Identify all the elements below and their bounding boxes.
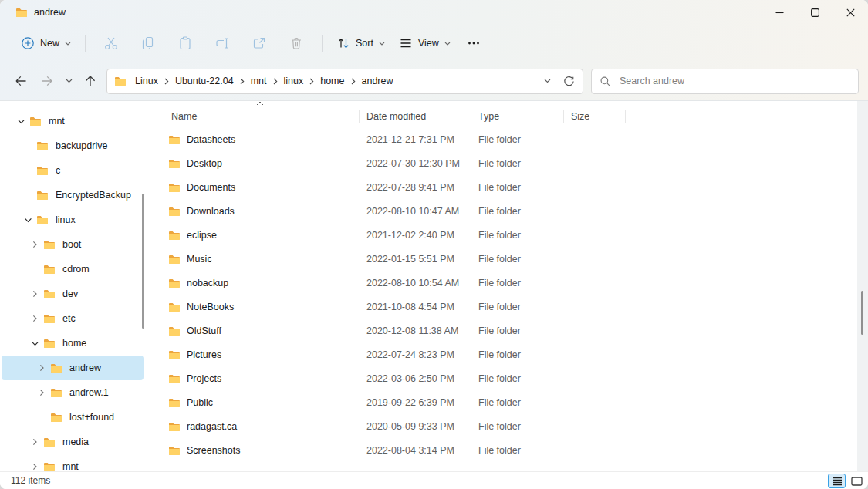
tree-item[interactable]: linux xyxy=(2,207,144,232)
folder-icon xyxy=(168,157,181,170)
file-name-cell: radagast.ca xyxy=(148,420,360,433)
delete-button[interactable] xyxy=(281,31,312,56)
tree-item[interactable]: home xyxy=(2,331,144,356)
rename-button[interactable] xyxy=(207,31,238,56)
file-name: Music xyxy=(187,254,212,265)
file-row[interactable]: radagast.ca 2020-05-09 9:33 PM File fold… xyxy=(148,414,868,438)
tree-item[interactable]: cdrom xyxy=(2,257,144,282)
breadcrumb-item[interactable]: linux xyxy=(279,73,309,89)
tree-item-label: c xyxy=(56,165,60,176)
back-button[interactable] xyxy=(8,69,34,93)
file-row[interactable]: Pictures 2022-07-24 8:23 PM File folder xyxy=(148,342,868,366)
new-button[interactable]: New xyxy=(14,32,78,55)
file-row[interactable]: Desktop 2022-07-30 12:30 PM File folder xyxy=(148,151,868,175)
tree-chevron[interactable] xyxy=(26,290,43,298)
search-box[interactable] xyxy=(591,69,859,94)
maximize-button[interactable] xyxy=(797,0,833,25)
tree-chevron[interactable] xyxy=(26,315,43,322)
tree-item[interactable]: media xyxy=(2,430,144,454)
see-more-button[interactable] xyxy=(458,32,490,55)
file-row[interactable]: NoteBooks 2021-10-08 4:54 PM File folder xyxy=(148,295,868,319)
breadcrumb-item[interactable]: Linux xyxy=(130,73,164,89)
file-list: Datasheets 2021-12-21 7:31 PM File folde… xyxy=(148,127,868,462)
tree-chevron[interactable] xyxy=(12,117,29,126)
breadcrumb-item[interactable]: mnt xyxy=(245,73,272,89)
tree-chevron[interactable] xyxy=(26,438,43,446)
column-headers: Name Date modified Type Size xyxy=(148,106,868,127)
close-button[interactable] xyxy=(833,0,868,25)
tree-item-label: mnt xyxy=(62,461,79,471)
tree-chevron[interactable] xyxy=(33,364,50,372)
tree-item[interactable]: dev xyxy=(2,282,144,306)
sort-button[interactable]: Sort xyxy=(329,32,392,55)
folder-icon xyxy=(36,164,49,177)
search-input[interactable] xyxy=(618,75,850,87)
file-row[interactable]: Documents 2022-07-28 9:41 PM File folder xyxy=(148,175,868,199)
copy-button[interactable] xyxy=(133,31,164,56)
toolbar-divider xyxy=(322,35,323,52)
cut-button[interactable] xyxy=(96,31,127,56)
scrollbar-thumb[interactable] xyxy=(861,291,863,335)
tree-item[interactable]: etc xyxy=(2,306,144,331)
file-name: Screenshots xyxy=(187,445,240,456)
address-dropdown-button[interactable] xyxy=(536,71,558,91)
file-row[interactable]: Screenshots 2022-08-04 3:14 PM File fold… xyxy=(148,438,868,462)
file-type-cell: File folder xyxy=(471,373,564,384)
details-view-button[interactable] xyxy=(828,474,846,488)
tree-item[interactable]: backupdrive xyxy=(2,133,144,158)
refresh-button[interactable] xyxy=(558,71,579,91)
toolbar-divider xyxy=(85,35,86,52)
file-row[interactable]: Music 2022-01-15 5:51 PM File folder xyxy=(148,247,868,271)
chevron-right-icon xyxy=(38,389,46,396)
file-row[interactable]: Datasheets 2021-12-21 7:31 PM File folde… xyxy=(148,127,868,151)
recent-locations-button[interactable] xyxy=(60,69,77,93)
tree-item[interactable]: boot xyxy=(2,232,144,257)
file-row[interactable]: nobackup 2022-08-10 10:54 AM File folder xyxy=(148,271,868,295)
folder-icon xyxy=(36,189,49,201)
breadcrumb-item[interactable]: andrew xyxy=(356,73,399,89)
column-header-date-modified[interactable]: Date modified xyxy=(360,106,471,127)
file-row[interactable]: OldStuff 2020-12-08 11:38 AM File folder xyxy=(148,319,868,342)
address-bar[interactable]: Linux Ubuntu-22.04 mnt linux home andrew xyxy=(106,69,583,94)
column-header-type[interactable]: Type xyxy=(471,106,564,127)
column-header-size[interactable]: Size xyxy=(564,106,626,127)
view-button[interactable]: View xyxy=(392,32,458,55)
chevron-down-icon xyxy=(65,42,71,46)
tree-chevron[interactable] xyxy=(26,463,43,470)
view-icon xyxy=(399,36,413,50)
folder-icon xyxy=(168,253,181,265)
breadcrumb-item[interactable]: home xyxy=(315,73,350,89)
tree-chevron[interactable] xyxy=(26,241,43,248)
sidebar-scrollbar[interactable] xyxy=(142,194,144,329)
vertical-scrollbar[interactable] xyxy=(857,101,868,471)
paste-button[interactable] xyxy=(170,31,201,56)
file-row[interactable]: Public 2019-09-22 6:39 PM File folder xyxy=(148,390,868,414)
folder-icon xyxy=(168,229,181,241)
tree-item-label: mnt xyxy=(49,116,65,126)
tree-item[interactable]: c xyxy=(2,158,144,183)
forward-button[interactable] xyxy=(34,69,60,93)
tree-item[interactable]: EncryptedBackup xyxy=(2,183,144,207)
tree-item[interactable]: mnt xyxy=(2,454,144,471)
tree-item[interactable]: mnt xyxy=(2,109,144,133)
tree-item[interactable]: lost+found xyxy=(2,405,144,430)
large-icons-view-button[interactable] xyxy=(848,474,866,488)
column-header-name[interactable]: Name xyxy=(148,106,360,127)
tree-chevron[interactable] xyxy=(26,339,43,348)
file-name-cell: Documents xyxy=(148,181,360,194)
tree-chevron[interactable] xyxy=(33,389,50,396)
search-icon xyxy=(599,76,611,87)
file-row[interactable]: Downloads 2022-08-10 10:47 AM File folde… xyxy=(148,199,868,223)
file-row[interactable]: eclipse 2021-12-02 2:40 PM File folder xyxy=(148,223,868,247)
paste-icon xyxy=(177,35,193,51)
share-button[interactable] xyxy=(244,31,275,56)
tree-item[interactable]: andrew xyxy=(2,356,144,380)
up-button[interactable] xyxy=(77,69,103,93)
tree-item-label: linux xyxy=(56,214,76,225)
file-row[interactable]: Projects 2022-03-06 2:50 PM File folder xyxy=(148,366,868,390)
tree-item[interactable]: andrew.1 xyxy=(2,380,144,405)
breadcrumb-item[interactable]: Ubuntu-22.04 xyxy=(170,73,239,89)
tree-chevron[interactable] xyxy=(19,216,36,224)
file-name: Desktop xyxy=(187,158,222,169)
minimize-button[interactable] xyxy=(762,0,797,25)
